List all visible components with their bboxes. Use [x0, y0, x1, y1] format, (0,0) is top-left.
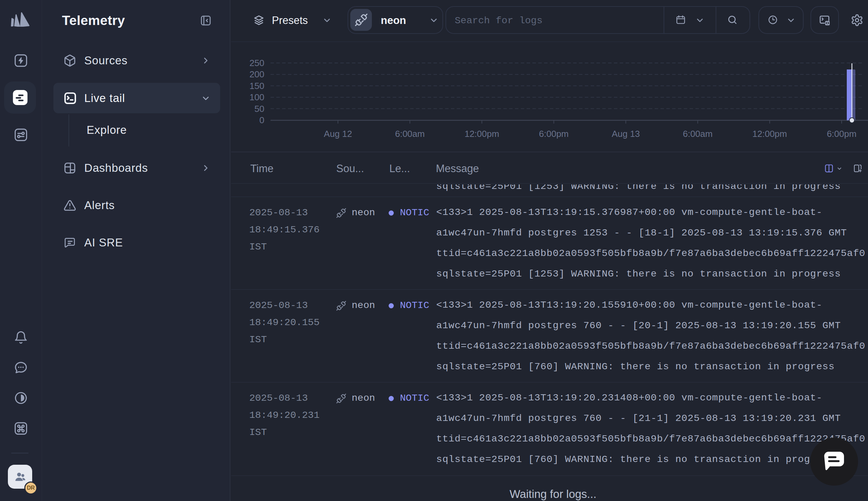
- svg-text:12:00pm: 12:00pm: [752, 129, 787, 139]
- svg-text:6:00am: 6:00am: [395, 129, 425, 139]
- svg-text:150: 150: [250, 81, 264, 91]
- svg-text:Aug 12: Aug 12: [324, 129, 352, 139]
- svg-text:250: 250: [250, 58, 264, 68]
- svg-text:0: 0: [260, 115, 264, 125]
- svg-text:6:00pm: 6:00pm: [539, 129, 569, 139]
- svg-text:6:00pm: 6:00pm: [827, 129, 857, 139]
- svg-text:12:00pm: 12:00pm: [465, 129, 499, 139]
- svg-text:200: 200: [250, 69, 264, 79]
- svg-text:100: 100: [250, 92, 264, 102]
- svg-text:6:00am: 6:00am: [683, 129, 712, 139]
- svg-text:50: 50: [254, 104, 264, 114]
- svg-text:Aug 13: Aug 13: [612, 129, 639, 139]
